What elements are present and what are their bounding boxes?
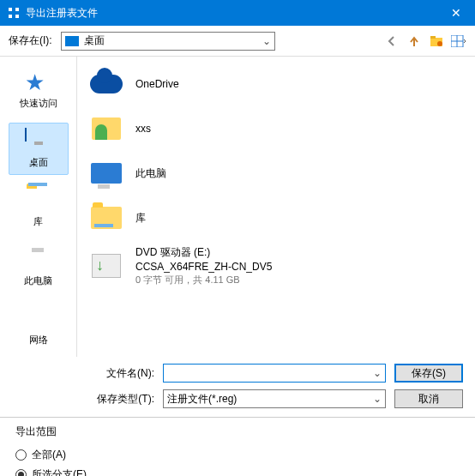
sidebar-label: 快速访问 — [20, 97, 57, 110]
window-title: 导出注册表文件 — [26, 6, 436, 21]
radio-icon — [15, 469, 27, 476]
chevron-down-icon[interactable]: ⌄ — [373, 367, 382, 379]
sidebar-label: 此电脑 — [24, 274, 52, 287]
filename-label: 文件名(N): — [86, 366, 154, 381]
filetype-label: 保存类型(T): — [86, 392, 154, 407]
view-icon[interactable] — [451, 33, 466, 49]
save-button[interactable]: 保存(S) — [394, 364, 463, 383]
filename-input[interactable]: ⌄ — [163, 364, 386, 383]
location-text: 桌面 — [84, 33, 262, 48]
save-in-label: 保存在(I): — [9, 33, 52, 48]
list-item[interactable]: 此电脑 — [82, 153, 470, 194]
filetype-select[interactable]: 注册文件(*.reg) ⌄ — [163, 389, 386, 408]
export-range-label: 导出范围 — [15, 425, 460, 439]
location-toolbar: 保存在(I): 桌面 ⌄ — [0, 26, 475, 57]
main-area: ★ 快速访问 桌面 库 此电脑 网络 OneDrive xxs — [0, 57, 475, 357]
list-item[interactable]: OneDrive — [82, 63, 470, 105]
sidebar-label: 网络 — [29, 334, 48, 346]
library-folder-icon — [87, 201, 125, 235]
export-range-group: 导出范围 全部(A) 所选分支(E) HKEY_LOCAL_MACHINE\SO… — [0, 418, 475, 476]
svg-rect-3 — [15, 15, 19, 18]
sidebar-item-libraries[interactable]: 库 — [9, 182, 69, 234]
location-dropdown[interactable]: 桌面 ⌄ — [61, 32, 275, 51]
chevron-down-icon: ⌄ — [262, 35, 271, 47]
svg-rect-1 — [15, 8, 19, 11]
list-item[interactable]: 库 — [82, 197, 470, 238]
desktop-icon — [65, 36, 79, 46]
back-icon[interactable] — [384, 33, 400, 49]
sidebar-item-network[interactable]: 网络 — [9, 300, 69, 352]
svg-rect-2 — [9, 15, 12, 18]
svg-rect-0 — [9, 8, 12, 11]
globe-icon — [25, 306, 52, 330]
titlebar: 导出注册表文件 ✕ — [0, 0, 475, 26]
radio-selected-branch[interactable]: 所选分支(E) — [15, 467, 460, 476]
user-folder-icon — [87, 111, 125, 146]
folder-icon — [25, 188, 52, 212]
dvd-drive-icon — [87, 249, 125, 283]
svg-point-6 — [437, 41, 442, 46]
newfolder-icon[interactable] — [429, 33, 444, 49]
svg-rect-5 — [430, 36, 436, 39]
app-icon — [7, 6, 21, 20]
up-icon[interactable] — [406, 33, 422, 49]
pc-icon — [87, 156, 125, 190]
close-button[interactable]: ✕ — [436, 0, 475, 26]
sidebar-label: 桌面 — [29, 156, 48, 169]
sidebar-item-desktop[interactable]: 桌面 — [9, 123, 69, 175]
sidebar-item-quick-access[interactable]: ★ 快速访问 — [9, 63, 69, 116]
monitor-icon — [25, 129, 52, 153]
places-sidebar: ★ 快速访问 桌面 库 此电脑 网络 — [0, 57, 77, 357]
pc-icon — [25, 247, 52, 271]
radio-all[interactable]: 全部(A) — [15, 448, 460, 462]
cancel-button[interactable]: 取消 — [394, 389, 463, 408]
list-item[interactable]: xxs — [82, 108, 470, 149]
file-list[interactable]: OneDrive xxs 此电脑 库 DVD 驱动器 (E:) CCSA_X64… — [77, 57, 475, 357]
radio-icon — [15, 449, 27, 461]
sidebar-item-this-pc[interactable]: 此电脑 — [9, 241, 69, 293]
star-icon: ★ — [25, 69, 52, 93]
list-item[interactable]: DVD 驱动器 (E:) CCSA_X64FRE_ZH-CN_DV5 0 字节 … — [82, 242, 470, 290]
sidebar-label: 库 — [33, 215, 43, 228]
chevron-down-icon: ⌄ — [373, 393, 382, 405]
save-fields: 文件名(N): ⌄ 保存(S) 保存类型(T): 注册文件(*.reg) ⌄ 取… — [0, 357, 475, 418]
cloud-icon — [87, 67, 125, 101]
